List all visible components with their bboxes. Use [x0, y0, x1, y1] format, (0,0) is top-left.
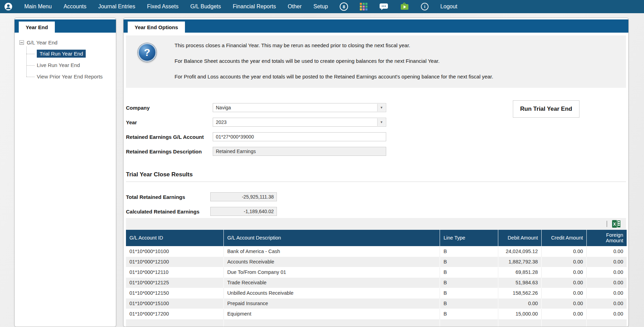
table-cell: Equipment	[223, 309, 440, 319]
apps-grid-icon[interactable]	[360, 3, 367, 10]
table-row[interactable]: 01*10*000*12100Accounts ReceivableB1,882…	[126, 257, 627, 267]
table-cell: 0.00	[542, 246, 587, 257]
table-cell: 0.00	[542, 257, 587, 267]
user-icon[interactable]	[4, 2, 12, 11]
table-cell: 0.00	[542, 298, 587, 309]
tree-item-view-prior-year-end-reports[interactable]: View Prior Year End Reports	[26, 71, 116, 82]
tree-children: Trial Run Year EndLive Run Year EndView …	[26, 48, 116, 82]
table-row[interactable]: 01*10*000*12110Due To/From Company 01B69…	[126, 267, 627, 277]
table-row[interactable]: 01*10*000*12150Unbilled Accounts Receiva…	[126, 288, 627, 298]
retained-earnings-description-input	[213, 147, 386, 156]
trial-year-close-results-section: Trial Year Close Results Total Retained …	[126, 171, 626, 216]
process-description-box: ? This process closes a Financial Year. …	[126, 35, 626, 88]
retained-earnings-account-input[interactable]	[213, 132, 386, 141]
year-end-sidebar: Year End G/L Year End Trial Run Year End…	[14, 18, 116, 327]
table-cell: 0.00	[587, 246, 627, 257]
table-cell: B	[440, 277, 498, 288]
results-table: G/L Account IDG/L Account DescriptionLin…	[126, 230, 627, 327]
help-icon: ?	[138, 43, 156, 62]
table-cell: B	[440, 309, 498, 319]
table-cell: B	[440, 298, 498, 309]
column-header-debit-amount[interactable]: Debit Amount	[498, 230, 542, 246]
table-cell: Bank of America - Cash	[223, 246, 440, 257]
company-dropdown[interactable]: Naviga ▼	[213, 103, 386, 112]
company-label: Company	[126, 105, 213, 111]
company-value: Naviga	[213, 105, 231, 110]
retained-earnings-description-label: Retained Earnings Description	[126, 149, 213, 154]
column-header-g-l-account-id[interactable]: G/L Account ID	[126, 230, 223, 246]
video-tutorials-icon[interactable]	[400, 2, 409, 11]
column-header-line-type[interactable]: Line Type	[440, 230, 498, 246]
table-row-partial	[126, 319, 627, 327]
table-row[interactable]: 01*10*000*12125Trade ReceivableB51,984.6…	[126, 277, 627, 288]
main-tab-bar: Year End Options	[124, 19, 628, 33]
chevron-down-icon[interactable]: ▼	[377, 104, 385, 111]
table-cell: 0.00	[542, 277, 587, 288]
year-dropdown[interactable]: 2023 ▼	[213, 118, 386, 127]
table-cell: 01*10*000*12110	[126, 267, 223, 277]
column-header-foreign-amount[interactable]: Foreign Amount	[587, 230, 627, 246]
sidebar-tab-bar: Year End	[15, 19, 116, 33]
grid-toolbar: X	[126, 218, 626, 230]
tab-year-end-options[interactable]: Year End Options	[128, 22, 185, 33]
tree-node-gl-year-end[interactable]: G/L Year End	[19, 38, 116, 47]
tree-item-label: Trial Run Year End	[37, 50, 86, 58]
export-excel-icon[interactable]: X	[612, 220, 620, 228]
svg-text:X: X	[613, 222, 616, 227]
tree-root-label: G/L Year End	[27, 40, 58, 45]
column-header-g-l-account-description[interactable]: G/L Account Description	[223, 230, 440, 246]
calculated-retained-earnings-label: Calculated Retained Earnings	[126, 209, 210, 215]
nav-item-g-l-budgets[interactable]: G/L Budgets	[190, 3, 221, 10]
chevron-down-icon[interactable]: ▼	[377, 118, 385, 126]
description-line-3: For Profit and Loss accounts the year en…	[175, 74, 493, 79]
nav-item-other[interactable]: Other	[288, 3, 302, 10]
table-cell: Unbilled Accounts Receivable	[223, 288, 440, 298]
nav-item-setup[interactable]: Setup	[313, 3, 328, 10]
table-cell: B	[440, 288, 498, 298]
column-header-credit-amount[interactable]: Credit Amount	[542, 230, 587, 246]
table-cell: 0.00	[587, 277, 627, 288]
table-cell: 0.00	[587, 288, 627, 298]
top-navigation-bar: Main MenuAccountsJournal EntriesFixed As…	[0, 0, 644, 13]
info-icon[interactable]: i	[421, 3, 429, 10]
table-cell	[542, 319, 587, 327]
total-retained-earnings-value	[210, 192, 277, 201]
table-cell: 01*10*000*17200	[126, 309, 223, 319]
tab-year-end[interactable]: Year End	[19, 22, 55, 33]
tree-item-live-run-year-end[interactable]: Live Run Year End	[26, 59, 116, 71]
logout-link[interactable]: Logout	[440, 3, 457, 10]
table-cell: Trade Receivable	[223, 277, 440, 288]
collapse-icon[interactable]	[19, 40, 24, 45]
table-cell: 0.00	[587, 267, 627, 277]
table-cell: 01*10*000*15100	[126, 298, 223, 309]
table-cell	[440, 319, 498, 327]
table-cell: Prepaid Insurance	[223, 298, 440, 309]
table-row[interactable]: 01*10*000*17200EquipmentB15,000.000.000.…	[126, 309, 627, 319]
table-cell: 01*10*000*10100	[126, 246, 223, 257]
table-cell: 0.00	[542, 309, 587, 319]
table-cell	[126, 319, 223, 327]
table-cell: Due To/From Company 01	[223, 267, 440, 277]
notification-badge[interactable]: 8	[340, 2, 348, 11]
tree-item-trial-run-year-end[interactable]: Trial Run Year End	[26, 48, 116, 59]
year-label: Year	[126, 119, 213, 125]
table-cell: 69,851.28	[498, 267, 542, 277]
table-cell: 0.00	[587, 309, 627, 319]
nav-item-accounts[interactable]: Accounts	[63, 3, 86, 10]
table-cell: B	[440, 246, 498, 257]
table-cell: 01*10*000*12125	[126, 277, 223, 288]
table-row[interactable]: 01*10*000*10100Bank of America - CashB24…	[126, 246, 627, 257]
results-table-body: 01*10*000*10100Bank of America - CashB24…	[126, 246, 627, 327]
toolbar-separator	[607, 221, 607, 227]
nav-item-fixed-assets[interactable]: Fixed Assets	[147, 3, 179, 10]
nav-item-main-menu[interactable]: Main Menu	[24, 3, 52, 10]
table-cell: 0.00	[587, 298, 627, 309]
run-trial-year-end-button[interactable]: Run Trial Year End	[513, 100, 579, 118]
tree-item-label: View Prior Year End Reports	[37, 74, 103, 79]
nav-item-journal-entries[interactable]: Journal Entries	[98, 3, 135, 10]
nav-item-financial-reports[interactable]: Financial Reports	[233, 3, 276, 10]
table-cell	[498, 319, 542, 327]
table-cell: 15,000.00	[498, 309, 542, 319]
table-row[interactable]: 01*10*000*15100Prepaid InsuranceB0.000.0…	[126, 298, 627, 309]
chat-icon[interactable]	[379, 3, 388, 10]
